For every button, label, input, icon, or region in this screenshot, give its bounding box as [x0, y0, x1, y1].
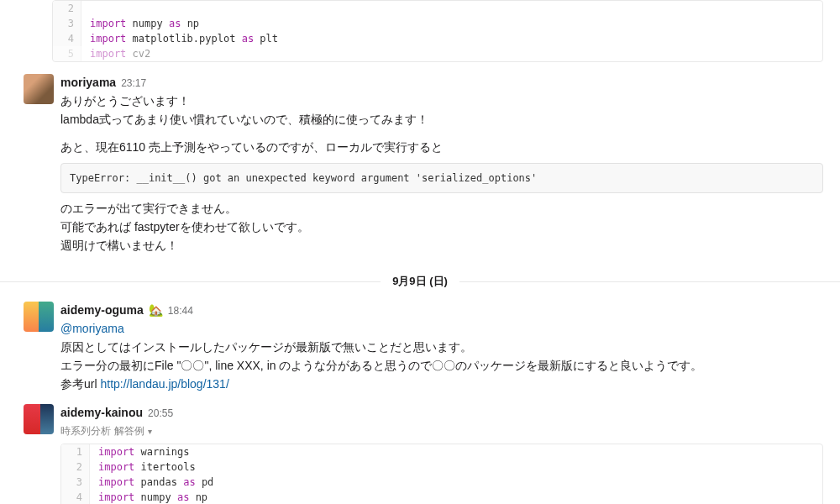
message-moriyama: moriyama 23:17 ありがとうございます！lambda式ってあまり使い…: [0, 69, 840, 260]
code-line: 4import numpy as np: [61, 490, 822, 504]
code-text: import numpy as np: [90, 490, 822, 504]
line-number: 3: [53, 16, 81, 31]
line-number: 5: [53, 46, 81, 61]
code-snippet-top: 23import numpy as np4import matplotlib.p…: [52, 0, 823, 62]
reference-link[interactable]: http://landau.jp/blog/131/: [100, 377, 228, 391]
code-line: 3import numpy as np: [53, 16, 822, 31]
message-text: エラー分の最初にFile "〇〇", line XXX, in のような分がある…: [60, 357, 823, 375]
message-text: 週明けで構いません！: [60, 237, 823, 255]
code-snippet-kainou: 1import warnings2import itertools3import…: [60, 444, 823, 504]
code-text: import cv2: [81, 46, 822, 61]
house-icon: 🏡: [149, 302, 163, 319]
message-time[interactable]: 23:17: [121, 76, 146, 91]
author-name[interactable]: aidemy-kainou: [60, 404, 143, 422]
message-text: あと、現在6110 売上予測をやっているのですが、ローカルで実行すると: [60, 139, 823, 156]
message-text: lambda式ってあまり使い慣れていないので、積極的に使ってみます！: [60, 111, 823, 129]
code-line: 3import pandas as pd: [61, 475, 822, 490]
error-output: TypeError: __init__() got an unexpected …: [60, 163, 823, 193]
line-number: 1: [61, 444, 90, 459]
code-line: 1import warnings: [61, 444, 822, 459]
code-text: import itertools: [90, 459, 822, 475]
message-text: 原因としてはインストールしたパッケージが最新版で無いことだと思います。: [60, 339, 823, 356]
date-label[interactable]: 9月9日 (日): [381, 275, 459, 287]
code-line: 5import cv2: [53, 46, 822, 61]
author-name[interactable]: aidemy-oguma: [60, 302, 144, 319]
code-text: [81, 1, 822, 16]
line-number: 4: [53, 31, 81, 46]
chevron-down-icon: ▾: [148, 425, 152, 438]
message-text: のエラーが出て実行できません。: [60, 200, 823, 218]
code-line: 2import itertools: [61, 459, 822, 475]
code-text: import numpy as np: [81, 16, 822, 31]
avatar-kainou[interactable]: [24, 404, 54, 434]
tag-series: 時系列分析: [60, 423, 111, 438]
message-time[interactable]: 20:55: [148, 406, 173, 421]
message-oguma: aidemy-oguma 🏡 18:44 @moriyama 原因としてはインス…: [0, 297, 840, 399]
avatar-moriyama[interactable]: [24, 74, 54, 104]
message-text: ありがとうございます！: [60, 92, 823, 110]
code-text: import pandas as pd: [90, 475, 822, 490]
code-text: import matplotlib.pyplot as plt: [81, 31, 822, 46]
message-time[interactable]: 18:44: [168, 303, 193, 318]
line-number: 2: [53, 1, 81, 16]
tags-row[interactable]: 時系列分析 解答例 ▾: [60, 423, 823, 438]
line-number: 4: [61, 490, 90, 504]
mention[interactable]: @moriyama: [60, 322, 124, 335]
message-text: 可能であれば fastpyterを使わせて欲しいです。: [60, 218, 823, 236]
reference-line: 参考url http://landau.jp/blog/131/: [60, 375, 823, 393]
author-name[interactable]: moriyama: [60, 74, 116, 92]
code-text: import warnings: [90, 444, 822, 459]
tag-answer: 解答例: [114, 423, 144, 438]
reference-prefix: 参考url: [60, 377, 100, 391]
code-line: 2: [53, 1, 822, 16]
line-number: 2: [61, 459, 90, 475]
message-kainou: aidemy-kainou 20:55 時系列分析 解答例 ▾ 1import …: [0, 399, 840, 504]
line-number: 3: [61, 475, 90, 490]
date-divider: 9月9日 (日): [0, 272, 840, 290]
avatar-oguma[interactable]: [24, 302, 54, 332]
code-line: 4import matplotlib.pyplot as plt: [53, 31, 822, 46]
